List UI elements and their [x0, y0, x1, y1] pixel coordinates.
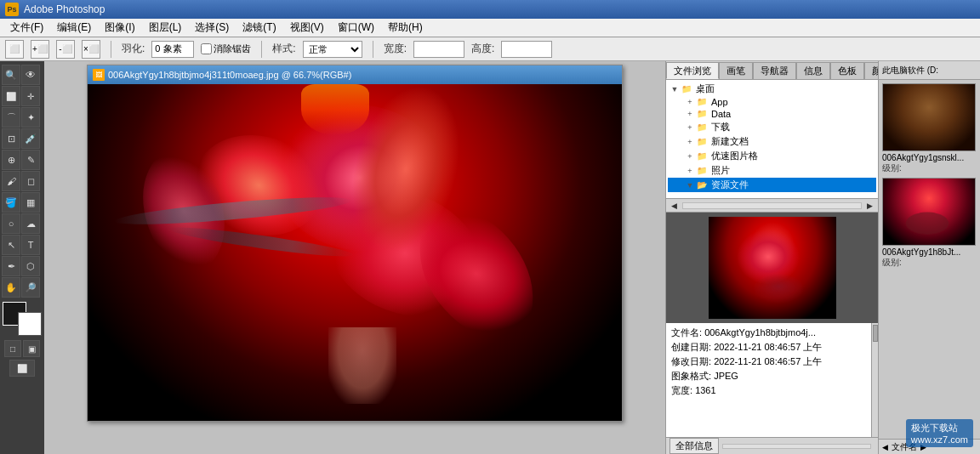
tool-group-pan: ✋ 🔎 — [2, 277, 43, 298]
zoom-canvas-tool[interactable]: 🔎 — [21, 277, 40, 298]
menu-layer[interactable]: 图层(L) — [142, 19, 189, 37]
tree-item-downloads[interactable]: + 📁 下载 — [668, 120, 876, 134]
pan-tool[interactable]: ✋ — [2, 277, 20, 298]
scroll-left-btn[interactable]: ◀ — [668, 201, 681, 210]
style-select[interactable]: 正常 固定比例 固定大小 — [303, 41, 362, 58]
bottom-scrollbar[interactable] — [722, 444, 871, 449]
width-input[interactable] — [413, 41, 464, 58]
color-selector[interactable] — [3, 302, 42, 336]
scrollbar-thumb[interactable] — [873, 325, 878, 342]
canvas-image[interactable] — [88, 84, 622, 421]
thumb-level-2: 级别: — [882, 257, 977, 269]
background-color[interactable] — [18, 312, 42, 336]
shape-tool[interactable]: ⬡ — [21, 256, 40, 276]
screen-mode-btn[interactable]: ⬜ — [9, 360, 35, 377]
menu-view[interactable]: 视图(V) — [283, 19, 331, 37]
pen-tool[interactable]: ✒ — [2, 256, 20, 276]
tree-item-app[interactable]: + 📁 App — [668, 96, 876, 108]
crop-tool[interactable]: ⊡ — [2, 128, 20, 149]
expand-icon-res: ▼ — [685, 180, 695, 190]
eye-tool[interactable]: 👁 — [21, 65, 40, 85]
app-icon: Ps — [5, 3, 19, 16]
menu-window[interactable]: 窗口(W) — [331, 19, 381, 37]
heal-tool[interactable]: ⊕ — [2, 150, 20, 170]
move-tool[interactable]: ✛ — [21, 86, 40, 106]
tab-brush[interactable]: 画笔 — [719, 62, 753, 79]
right-panel: 文件浏览 画笔 导航器 信息 色板 颜色 样式 历 ▼ 📁 桌面 + 📁 Ap — [665, 61, 878, 454]
tree-label-desktop: 桌面 — [696, 82, 715, 95]
smudge-tool[interactable]: ☁ — [21, 213, 40, 234]
eyedropper-tool[interactable]: 💉 — [21, 128, 40, 149]
zoom-tool[interactable]: 🔍 — [2, 65, 20, 85]
preview-stage — [749, 274, 808, 304]
info-scrollbar[interactable] — [871, 323, 878, 437]
tree-item-desktop[interactable]: ▼ 📁 桌面 — [668, 82, 876, 96]
eraser-tool[interactable]: ◻ — [21, 171, 40, 191]
info-width: 宽度: 1361 — [671, 384, 866, 397]
info-format: 图象格式: JPEG — [671, 370, 866, 383]
gradient-tool[interactable]: ▦ — [21, 192, 40, 213]
add-selection-btn[interactable]: +⬜ — [31, 40, 49, 59]
brush-tool[interactable]: 🖌 — [2, 171, 20, 191]
dodge-tool[interactable]: ○ — [2, 213, 20, 234]
path-select-tool[interactable]: ↖ — [2, 235, 20, 255]
fill-tool[interactable]: 🪣 — [2, 192, 20, 213]
tree-label-data: Data — [711, 109, 731, 119]
folder-icon-nd: 📁 — [697, 137, 709, 147]
tree-label-ph: 照片 — [711, 164, 730, 177]
tab-navigator[interactable]: 导航器 — [753, 62, 796, 79]
menu-filter[interactable]: 滤镜(T) — [236, 19, 282, 37]
rect-select-tool[interactable]: ⬜ — [2, 86, 20, 106]
tab-color[interactable]: 颜色 — [864, 62, 878, 79]
new-selection-btn[interactable]: ⬜ — [5, 40, 24, 59]
expand-icon-data: + — [685, 109, 695, 119]
height-input[interactable] — [501, 41, 552, 58]
expand-icon-app: + — [685, 97, 695, 107]
menu-file[interactable]: 文件(F) — [3, 19, 50, 37]
preview-area — [666, 213, 878, 323]
clone-tool[interactable]: ✎ — [21, 150, 40, 170]
canvas-title: 006AkgtYgy1h8bjtbjmo4j311t0moaeg.jpg @ 6… — [108, 70, 351, 80]
scroll-right-btn[interactable]: ▶ — [863, 201, 876, 210]
tree-scroll: ◀ ▶ — [666, 199, 878, 213]
all-info-button[interactable]: 全部信息 — [669, 438, 719, 454]
separator-3 — [373, 41, 373, 58]
text-tool[interactable]: T — [21, 235, 40, 255]
menu-image[interactable]: 图像(I) — [98, 19, 141, 37]
thumbnail-1[interactable]: 006AkgtYgy1gsnskl... 级别: — [882, 83, 977, 174]
tree-item-new-doc[interactable]: + 📁 新建文档 — [668, 134, 876, 149]
menu-select[interactable]: 选择(S) — [188, 19, 236, 37]
tree-label-app: App — [711, 97, 728, 107]
menu-help[interactable]: 帮助(H) — [381, 19, 430, 37]
tab-swatches[interactable]: 色板 — [830, 62, 864, 79]
thumb-stage — [903, 213, 951, 235]
tool-group-pen: ✒ ⬡ — [2, 256, 43, 276]
tab-info[interactable]: 信息 — [796, 62, 830, 79]
menu-edit[interactable]: 编辑(E) — [50, 19, 98, 37]
watermark-line2: www.xz7.com — [911, 434, 968, 445]
tool-group-lasso: ⌒ ✦ — [2, 107, 43, 128]
thumbnails-list: 006AkgtYgy1gsnskl... 级别: 006AkgtYgy1h8bJ… — [879, 80, 980, 439]
tool-group-brush: 🖌 ◻ — [2, 171, 43, 191]
subtract-selection-btn[interactable]: -⬜ — [56, 40, 75, 59]
tree-label-qp: 优速图片格 — [711, 150, 758, 162]
standard-mode-btn[interactable]: □ — [4, 340, 21, 357]
tab-file-browser[interactable]: 文件浏览 — [666, 62, 719, 79]
magic-wand-tool[interactable]: ✦ — [21, 107, 40, 128]
canvas-window: 🖼 006AkgtYgy1h8bjtbjmo4j311t0moaeg.jpg @… — [87, 65, 623, 422]
tool-group-zoom: 🔍 👁 — [2, 65, 43, 85]
anti-alias-checkbox[interactable] — [201, 43, 212, 54]
tree-item-data[interactable]: + 📁 Data — [668, 108, 876, 120]
quickmask-mode-btn[interactable]: ▣ — [23, 340, 40, 357]
tool-group-heal: ⊕ ✎ — [2, 150, 43, 170]
feather-input[interactable] — [151, 41, 194, 58]
intersect-selection-btn[interactable]: ×⬜ — [82, 40, 100, 59]
tree-item-photos[interactable]: + 📁 照片 — [668, 163, 876, 178]
tree-label-dl: 下载 — [711, 121, 730, 133]
file-tree[interactable]: ▼ 📁 桌面 + 📁 App + 📁 Data + 📁 下载 — [666, 80, 878, 199]
tree-item-resources[interactable]: ▼ 📂 资源文件 — [668, 178, 876, 192]
tree-item-quick-pic[interactable]: + 📁 优速图片格 — [668, 149, 876, 163]
options-bar: ⬜ +⬜ -⬜ ×⬜ 羽化: 消除锯齿 样式: 正常 固定比例 固定大小 宽度:… — [0, 37, 980, 61]
lasso-tool[interactable]: ⌒ — [2, 107, 20, 128]
thumbnail-2[interactable]: 006AkgtYgy1h8bJt... 级别: — [882, 178, 977, 269]
